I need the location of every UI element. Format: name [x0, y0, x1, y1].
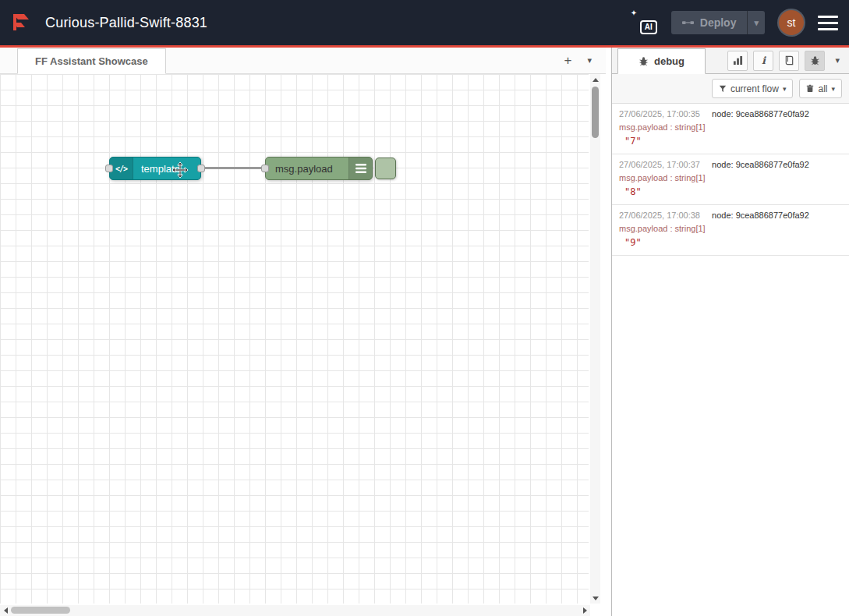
message-type: string[1]: [675, 173, 706, 182]
clear-chevron-icon: ▾: [831, 85, 835, 93]
message-timestamp: 27/06/2025, 17:00:35: [619, 109, 700, 119]
sidebar-tabbar: debug i: [612, 48, 849, 74]
scroll-down-arrow-icon[interactable]: [590, 593, 600, 604]
debug-clear-button[interactable]: all ▾: [799, 79, 842, 98]
horizontal-scroll-thumb[interactable]: [11, 607, 70, 614]
vertical-scroll-thumb[interactable]: [592, 87, 599, 138]
canvas-vertical-scrollbar[interactable]: [590, 74, 600, 604]
bar-chart-icon: [733, 55, 743, 65]
instance-title: Curious-Pallid-Swift-8831: [45, 15, 207, 31]
sidebar-tab-debug[interactable]: debug: [617, 48, 706, 74]
sidebar: debug i: [611, 48, 849, 616]
message-type: string[1]: [675, 224, 706, 233]
sidebar-splitter[interactable]: [606, 48, 611, 616]
canvas-grid[interactable]: [0, 74, 589, 604]
deploy-button[interactable]: Deploy ▾: [671, 11, 765, 34]
template-node-iconbox: </>: [110, 158, 133, 179]
debug-message: 27/06/2025, 17:00:37 node: 9cea886877e0f…: [612, 154, 849, 205]
message-value: "8": [619, 186, 842, 197]
message-source-node: node: 9cea886877e0fa92: [712, 160, 809, 169]
sidebar-tab-dashboard[interactable]: [727, 51, 748, 71]
template-input-port[interactable]: [105, 165, 113, 172]
sidebar-tabs-chevron-icon[interactable]: ▾: [830, 55, 844, 65]
funnel-icon: [719, 85, 727, 93]
message-timestamp: 27/06/2025, 17:00:38: [619, 211, 700, 220]
workspace-tab-ff-assistant-showcase[interactable]: FF Assistant Showcase: [17, 48, 166, 74]
trash-icon: [806, 84, 814, 93]
message-source-node: node: 9cea886877e0fa92: [712, 211, 809, 220]
ai-icon: AI: [640, 20, 657, 34]
book-icon: [784, 55, 794, 65]
sidebar-tab-info[interactable]: i: [753, 51, 773, 71]
message-value: "7": [619, 136, 842, 147]
deploy-options-chevron-icon[interactable]: ▾: [747, 11, 765, 34]
scroll-up-arrow-icon[interactable]: [590, 74, 600, 85]
ai-assistant-button[interactable]: ✦ AI: [631, 11, 657, 34]
message-timestamp: 27/06/2025, 17:00:37: [619, 160, 700, 169]
message-property: msg.payload: [619, 122, 667, 132]
info-icon: i: [762, 55, 766, 66]
flow-list-chevron-icon[interactable]: ▾: [587, 55, 592, 65]
message-type: string[1]: [675, 122, 706, 132]
template-output-port[interactable]: [197, 165, 205, 172]
message-property: msg.payload: [619, 173, 667, 182]
debug-node[interactable]: msg.payload: [265, 157, 373, 180]
flow-canvas[interactable]: </> template msg.payload: [0, 74, 606, 616]
scroll-right-arrow-icon[interactable]: [579, 605, 590, 616]
node-red-app: Curious-Pallid-Swift-8831 ✦ AI Deploy: [0, 0, 849, 616]
message-property: msg.payload: [619, 224, 667, 233]
debug-node-iconbox: [348, 158, 372, 179]
debug-input-port[interactable]: [261, 165, 269, 172]
workspace: FF Assistant Showcase + ▾ </> template: [0, 48, 606, 616]
flowfuse-logo-icon[interactable]: [11, 12, 36, 33]
add-flow-button[interactable]: +: [564, 54, 572, 67]
bug-icon: [810, 55, 820, 65]
header-actions: ✦ AI Deploy ▾ st: [631, 10, 838, 35]
sidebar-tab-debug-icon[interactable]: [805, 51, 825, 71]
app-header: Curious-Pallid-Swift-8831 ✦ AI Deploy: [0, 0, 849, 45]
main-menu-button[interactable]: [818, 14, 838, 32]
debug-filter-button[interactable]: current flow ▾: [712, 79, 794, 98]
debug-node-label: msg.payload: [266, 163, 342, 175]
debug-toolbar: current flow ▾ all ▾: [612, 74, 849, 104]
wire-template-to-debug[interactable]: [201, 167, 265, 169]
message-source-node: node: 9cea886877e0fa92: [712, 109, 809, 119]
debug-message-list[interactable]: 27/06/2025, 17:00:35 node: 9cea886877e0f…: [612, 104, 849, 616]
workspace-tabbar: FF Assistant Showcase + ▾: [0, 48, 606, 74]
filter-chevron-icon: ▾: [783, 85, 787, 93]
scroll-left-arrow-icon[interactable]: [0, 605, 11, 616]
template-node[interactable]: </> template: [109, 157, 201, 180]
code-icon: </>: [115, 165, 127, 173]
message-value: "9": [619, 237, 842, 248]
bug-icon: [639, 56, 649, 66]
debug-message: 27/06/2025, 17:00:38 node: 9cea886877e0f…: [612, 205, 849, 256]
deploy-label: Deploy: [700, 16, 737, 29]
template-node-label: template: [133, 163, 188, 175]
sidebar-tab-debug-label: debug: [654, 55, 685, 67]
debug-enable-toggle-button[interactable]: [375, 158, 396, 179]
main-area: FF Assistant Showcase + ▾ </> template: [0, 48, 849, 616]
sparkle-icon: ✦: [631, 9, 637, 17]
debug-message: 27/06/2025, 17:00:35 node: 9cea886877e0f…: [612, 104, 849, 154]
debug-list-icon: [356, 164, 366, 173]
deploy-icon: [682, 16, 694, 29]
canvas-horizontal-scrollbar[interactable]: [0, 605, 590, 616]
user-avatar[interactable]: st: [779, 10, 804, 35]
sidebar-tab-help[interactable]: [779, 51, 799, 71]
